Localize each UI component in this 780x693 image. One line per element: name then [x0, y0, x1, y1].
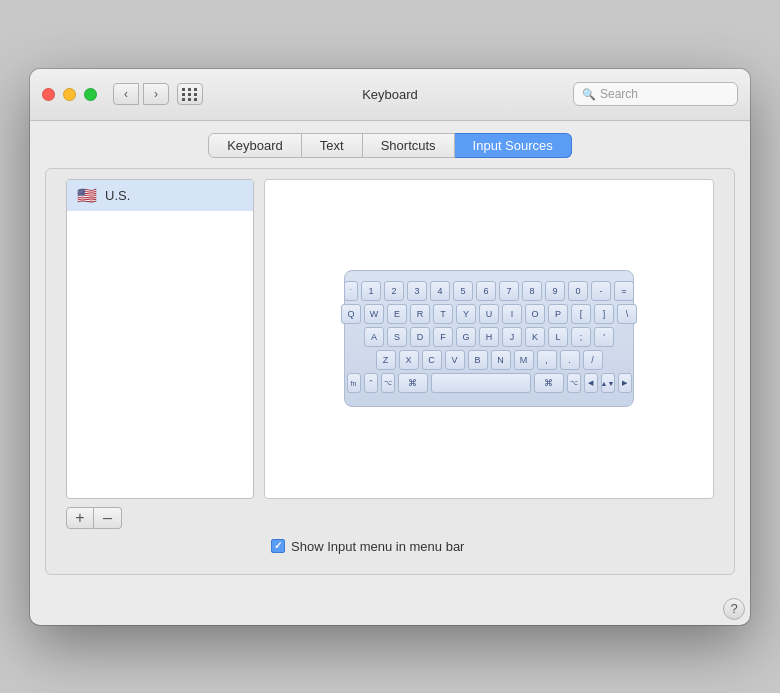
close-button[interactable]: [42, 88, 55, 101]
source-item-us[interactable]: 🇺🇸 U.S.: [67, 180, 253, 211]
key-9: 9: [545, 281, 565, 301]
tab-keyboard[interactable]: Keyboard: [208, 133, 302, 158]
keyboard-visual: ` 1 2 3 4 5 6 7 8 9 0 - =: [344, 270, 634, 407]
add-source-button[interactable]: +: [66, 507, 94, 529]
key-i: I: [502, 304, 522, 324]
grid-button[interactable]: [177, 83, 203, 105]
key-5: 5: [453, 281, 473, 301]
key-quote: ': [594, 327, 614, 347]
key-a: A: [364, 327, 384, 347]
show-menu-checkbox[interactable]: ✓: [271, 539, 285, 553]
key-p: P: [548, 304, 568, 324]
tab-shortcuts[interactable]: Shortcuts: [363, 133, 455, 158]
window-title: Keyboard: [362, 87, 418, 102]
key-u: U: [479, 304, 499, 324]
key-backslash: \: [617, 304, 637, 324]
key-m: M: [514, 350, 534, 370]
grid-icon: [182, 88, 198, 101]
list-actions: + –: [66, 507, 254, 529]
key-3: 3: [407, 281, 427, 301]
us-flag-icon: 🇺🇸: [77, 186, 97, 205]
key-l: L: [548, 327, 568, 347]
titlebar: ‹ › Keyboard 🔍 Search: [30, 69, 750, 121]
search-bar[interactable]: 🔍 Search: [573, 82, 738, 106]
key-semicolon: ;: [571, 327, 591, 347]
key-7: 7: [499, 281, 519, 301]
key-slash: /: [583, 350, 603, 370]
show-menu-label[interactable]: ✓ Show Input menu in menu bar: [271, 539, 464, 554]
key-g: G: [456, 327, 476, 347]
key-alt: ⌥: [381, 373, 395, 393]
key-up-down: ▲▼: [601, 373, 615, 393]
key-n: N: [491, 350, 511, 370]
checkmark-icon: ✓: [274, 541, 282, 551]
key-v: V: [445, 350, 465, 370]
key-x: X: [399, 350, 419, 370]
key-b: B: [468, 350, 488, 370]
key-e: E: [387, 304, 407, 324]
key-backtick: `: [344, 281, 358, 301]
key-0: 0: [568, 281, 588, 301]
back-button[interactable]: ‹: [113, 83, 139, 105]
key-4: 4: [430, 281, 450, 301]
help-button[interactable]: ?: [723, 598, 745, 620]
key-space: [431, 373, 531, 393]
key-alt-r: ⌥: [567, 373, 581, 393]
key-period: .: [560, 350, 580, 370]
key-left: ◀: [584, 373, 598, 393]
key-j: J: [502, 327, 522, 347]
right-panel: ` 1 2 3 4 5 6 7 8 9 0 - =: [264, 179, 714, 499]
key-row-3: A S D F G H J K L ; ': [357, 327, 621, 347]
key-equals: =: [614, 281, 634, 301]
tab-bar: Keyboard Text Shortcuts Input Sources: [30, 121, 750, 168]
key-row-5: fn ⌃ ⌥ ⌘ ⌘ ⌥ ◀ ▲▼ ▶: [357, 373, 621, 393]
forward-button[interactable]: ›: [143, 83, 169, 105]
key-2: 2: [384, 281, 404, 301]
key-c: C: [422, 350, 442, 370]
source-name-us: U.S.: [105, 188, 130, 203]
key-h: H: [479, 327, 499, 347]
key-row-1: ` 1 2 3 4 5 6 7 8 9 0 - =: [357, 281, 621, 301]
search-placeholder: Search: [600, 87, 638, 101]
key-s: S: [387, 327, 407, 347]
maximize-button[interactable]: [84, 88, 97, 101]
main-window: ‹ › Keyboard 🔍 Search Keyboard Text Shor…: [30, 69, 750, 625]
key-row-2: Q W E R T Y U I O P [ ] \: [357, 304, 621, 324]
traffic-lights: [42, 88, 97, 101]
key-t: T: [433, 304, 453, 324]
tab-input-sources[interactable]: Input Sources: [455, 133, 572, 158]
content-inner: 🇺🇸 U.S. + – ` 1 2 3: [66, 179, 714, 529]
remove-source-button[interactable]: –: [94, 507, 122, 529]
key-comma: ,: [537, 350, 557, 370]
bottom-bar: ✓ Show Input menu in menu bar: [66, 529, 714, 554]
key-q: Q: [341, 304, 361, 324]
key-y: Y: [456, 304, 476, 324]
key-minus: -: [591, 281, 611, 301]
search-icon: 🔍: [582, 88, 596, 101]
show-menu-text: Show Input menu in menu bar: [291, 539, 464, 554]
key-rbracket: ]: [594, 304, 614, 324]
key-lbracket: [: [571, 304, 591, 324]
key-z: Z: [376, 350, 396, 370]
key-fn: fn: [347, 373, 361, 393]
tab-text[interactable]: Text: [302, 133, 363, 158]
key-right: ▶: [618, 373, 632, 393]
key-r: R: [410, 304, 430, 324]
key-d: D: [410, 327, 430, 347]
minimize-button[interactable]: [63, 88, 76, 101]
sources-list: 🇺🇸 U.S.: [66, 179, 254, 499]
content-area: 🇺🇸 U.S. + – ` 1 2 3: [45, 168, 735, 575]
key-row-4: Z X C V B N M , . /: [357, 350, 621, 370]
key-w: W: [364, 304, 384, 324]
help-area: ?: [30, 590, 750, 625]
key-1: 1: [361, 281, 381, 301]
nav-buttons: ‹ ›: [113, 83, 169, 105]
key-cmd-l: ⌘: [398, 373, 428, 393]
key-6: 6: [476, 281, 496, 301]
left-panel: 🇺🇸 U.S. + –: [66, 179, 254, 529]
key-f: F: [433, 327, 453, 347]
key-8: 8: [522, 281, 542, 301]
key-cmd-r: ⌘: [534, 373, 564, 393]
key-k: K: [525, 327, 545, 347]
key-ctrl: ⌃: [364, 373, 378, 393]
